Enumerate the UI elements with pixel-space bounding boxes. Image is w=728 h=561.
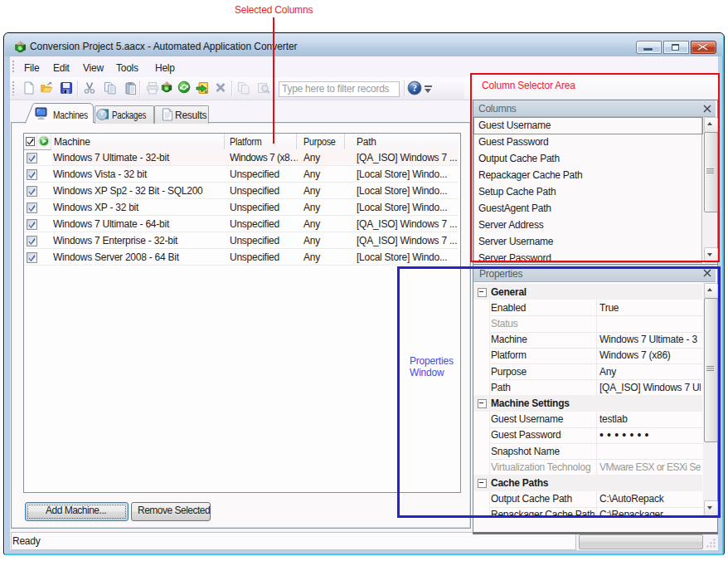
svg-text:?: ? [412, 83, 417, 93]
